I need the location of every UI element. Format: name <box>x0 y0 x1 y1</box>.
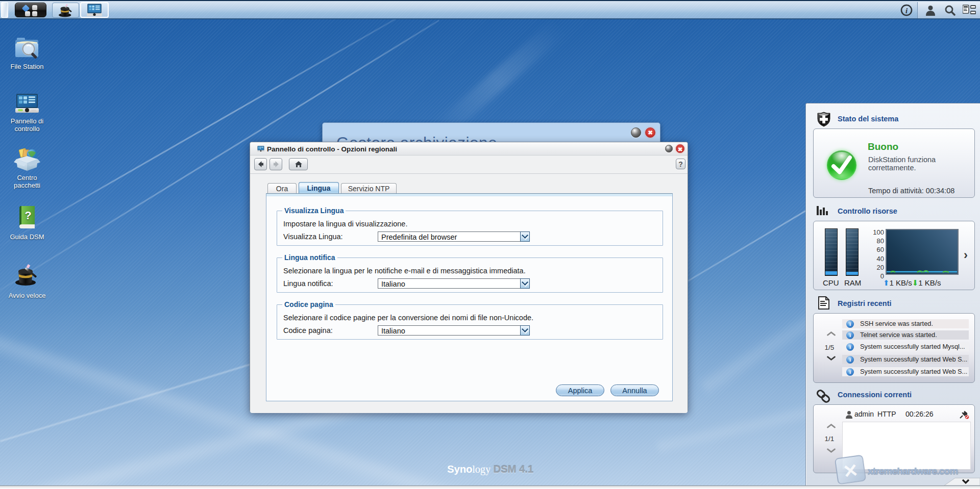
svg-text:i: i <box>905 7 908 15</box>
svg-text:?: ? <box>24 209 31 222</box>
